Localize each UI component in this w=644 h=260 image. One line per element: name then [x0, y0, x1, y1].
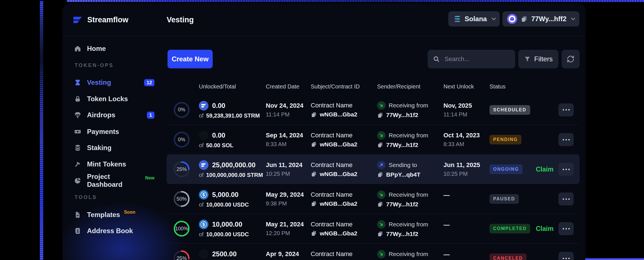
sender-recipient-cell: Receiving from BhW2...e82W	[377, 244, 428, 260]
status-badge: PENDING	[489, 135, 521, 144]
sidebar-item-payments[interactable]: Payments	[74, 125, 155, 138]
brand-logo[interactable]: Streamflow	[72, 12, 129, 28]
direction-label: Receiving from	[389, 251, 428, 257]
table-row[interactable]: 25%	[167, 154, 580, 184]
sidebar-item-mint-tokens[interactable]: Mint Tokens	[74, 158, 155, 170]
funnel-icon	[524, 56, 531, 62]
template-icon	[74, 211, 81, 218]
hammer-icon	[74, 161, 81, 168]
progress-cell: 50%	[173, 184, 190, 214]
sidebar-item-token-locks[interactable]: Token Locks	[74, 93, 155, 105]
network-name: Solana	[465, 15, 487, 23]
decorative-left-glow	[40, 1, 43, 260]
copy-icon[interactable]	[311, 141, 317, 148]
unlocked-total-cell: $ 2500.00 of 100.00 SOL	[199, 244, 237, 260]
next-unlock-date: Jun 11, 2025	[443, 161, 480, 169]
table-row[interactable]: 0%	[167, 125, 580, 154]
row-menu-button[interactable]	[558, 222, 574, 235]
row-menu-button[interactable]	[558, 103, 574, 116]
progress-cell: 0%	[173, 95, 190, 125]
contract-id: wNGB...Gba2	[320, 141, 357, 148]
row-actions-cell	[558, 95, 574, 125]
wallet-menu[interactable]: 77Wy...hff2	[502, 11, 579, 27]
sidebar-item-home[interactable]: Home	[74, 42, 155, 55]
sidebar-item-templates[interactable]: Templates Soon	[74, 209, 155, 221]
counterparty-address: 77Wy...h1f2	[386, 201, 418, 208]
progress-label: 0%	[173, 102, 190, 118]
copy-icon[interactable]	[311, 171, 317, 177]
progress-ring: 100%	[173, 220, 190, 237]
sidebar-item-airdrops[interactable]: Airdrops 1	[74, 109, 155, 121]
copy-icon[interactable]	[377, 231, 384, 237]
wallet-address: 77Wy...hff2	[531, 15, 566, 23]
status-badge: PAUSED	[489, 194, 519, 204]
vesting-count-badge: 12	[144, 79, 155, 86]
unlocked-amount: 0.00	[212, 102, 225, 110]
contract-name: Contract Name	[311, 132, 357, 139]
copy-icon[interactable]	[311, 200, 317, 207]
filters-button[interactable]: Filters	[518, 50, 558, 68]
column-header-subject-contract: Subject/Contract ID	[311, 83, 360, 90]
next-unlock-date: Nov, 2025	[443, 102, 472, 109]
claim-button[interactable]: Claim	[536, 166, 554, 173]
sidebar-item-staking[interactable]: Staking	[74, 142, 155, 154]
refresh-button[interactable]	[562, 50, 580, 68]
streamflow-logo-icon	[72, 14, 83, 25]
row-menu-button[interactable]	[558, 133, 574, 146]
new-label: New	[145, 176, 155, 181]
next-unlock-cell: Oct 14, 2023 8:33 AM	[443, 125, 480, 154]
next-unlock-cell: —	[443, 244, 450, 260]
direction-label: Receiving from	[389, 221, 428, 228]
create-new-button[interactable]: Create New	[167, 50, 213, 68]
search-bar[interactable]	[428, 50, 515, 68]
table-row[interactable]: 25%	[167, 243, 580, 260]
sidebar-item-vesting[interactable]: Vesting 12	[74, 76, 155, 89]
copy-icon[interactable]	[377, 112, 384, 118]
created-date: Jun 11, 2024	[266, 161, 303, 169]
sol-token-icon	[199, 249, 208, 259]
search-input[interactable]	[444, 55, 510, 63]
network-selector[interactable]: Solana	[448, 11, 500, 27]
usdc-token-icon: $	[199, 220, 208, 229]
sidebar-item-project-dashboard[interactable]: Project Dashboard New	[74, 174, 155, 187]
next-unlock-date: —	[443, 221, 450, 229]
sidebar-item-address-book[interactable]: Address Book	[74, 225, 155, 237]
status-badge: CANCELED	[489, 253, 526, 260]
claim-cell: Claim	[536, 214, 554, 243]
status-cell: SCHEDULED	[489, 95, 530, 125]
unlocked-amount: 10,000.00	[212, 220, 242, 228]
counterparty-address: BPpY...qb4T	[386, 171, 420, 178]
status-cell: PAUSED	[489, 184, 519, 214]
direction-label: Sending to	[389, 162, 417, 168]
copy-address-icon[interactable]	[521, 15, 528, 23]
copy-icon[interactable]	[377, 142, 384, 148]
home-icon	[74, 45, 81, 52]
column-header-created-date: Created Date	[266, 83, 299, 90]
row-menu-button[interactable]	[558, 252, 574, 260]
copy-icon[interactable]	[311, 230, 317, 237]
progress-label: 25%	[173, 161, 190, 177]
table-row[interactable]: 50%	[167, 184, 580, 214]
row-menu-button[interactable]	[558, 192, 574, 205]
parachute-icon	[74, 111, 81, 119]
table-row[interactable]: 100%	[167, 214, 580, 243]
copy-icon[interactable]	[377, 171, 384, 178]
created-date: Apr 9, 2024	[266, 250, 299, 258]
row-menu-button[interactable]	[558, 163, 574, 176]
copy-icon[interactable]	[377, 201, 384, 207]
hourglass-icon	[74, 79, 81, 86]
next-unlock-time	[443, 201, 450, 207]
contract-name: Contract Name	[311, 250, 357, 258]
sol-token-icon	[199, 131, 208, 140]
next-unlock-cell: Nov, 2025 11:14 PM	[443, 95, 472, 125]
column-header-status: Status	[489, 83, 506, 90]
subject-cell: Contract Name wNGB...Gba2	[311, 214, 357, 243]
decorative-top-glow	[67, 0, 644, 2]
contract-name: Contract Name	[311, 161, 357, 169]
table-rows: 0%	[167, 95, 580, 260]
copy-icon[interactable]	[311, 111, 317, 118]
next-unlock-date: Oct 14, 2023	[443, 132, 480, 139]
unlocked-total-cell: $ 10,000.00 of 10,000.00 USDC	[199, 214, 249, 243]
table-row[interactable]: 0%	[167, 95, 580, 125]
claim-button[interactable]: Claim	[536, 225, 554, 233]
